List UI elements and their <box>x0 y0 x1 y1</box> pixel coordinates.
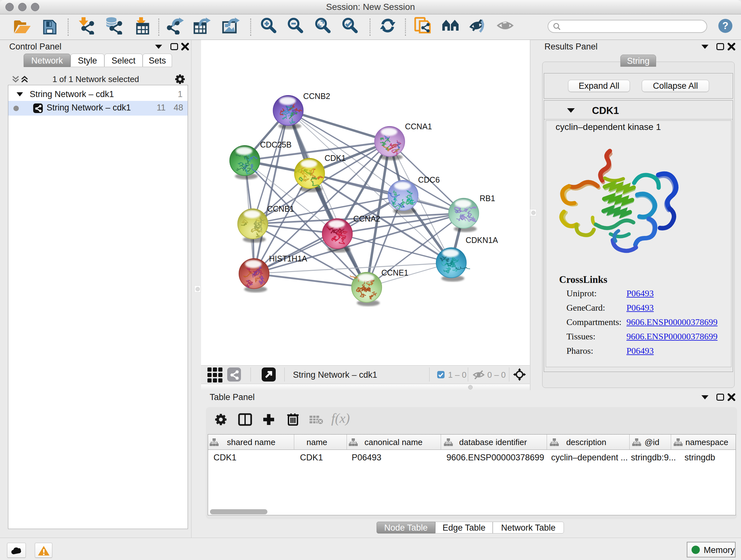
svg-text:CCNA1: CCNA1 <box>405 122 432 131</box>
svg-text:CCNB2: CCNB2 <box>303 91 330 101</box>
svg-text:HIST1H1A: HIST1H1A <box>269 254 307 263</box>
svg-text:CCNB1: CCNB1 <box>267 204 294 213</box>
svg-text:CDKN1A: CDKN1A <box>466 236 498 245</box>
svg-text:CCNE1: CCNE1 <box>381 268 408 277</box>
svg-text:CCNA2: CCNA2 <box>353 214 381 223</box>
svg-text:RB1: RB1 <box>480 194 495 203</box>
svg-text:CDC6: CDC6 <box>418 175 440 184</box>
svg-text:CDC25B: CDC25B <box>260 140 292 149</box>
svg-text:CDK1: CDK1 <box>325 153 346 163</box>
